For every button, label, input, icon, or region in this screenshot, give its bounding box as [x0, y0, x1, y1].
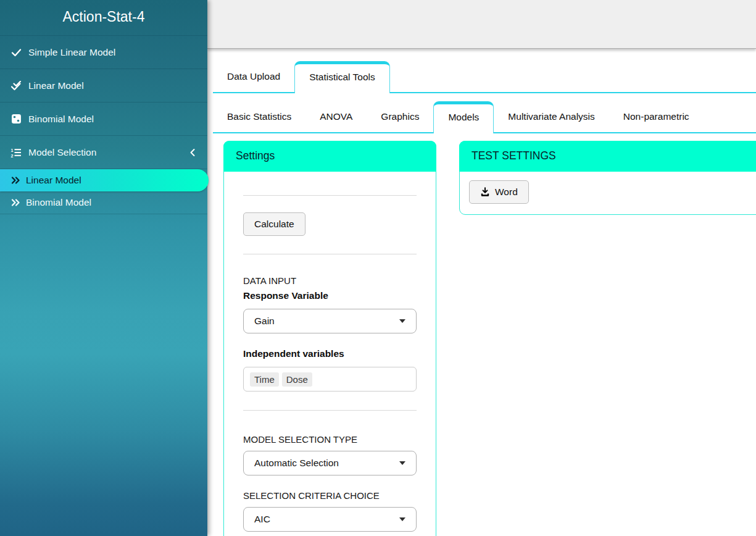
- tab-multivariate-analysis[interactable]: Multivariate Analysis: [494, 102, 609, 132]
- svg-text:2: 2: [11, 153, 14, 157]
- data-input-label: DATA INPUT: [243, 275, 417, 286]
- tab-data-upload[interactable]: Data Upload: [213, 62, 294, 92]
- tab-non-parametric[interactable]: Non-parametric: [609, 102, 704, 132]
- model-selection-type-value: Automatic Selection: [254, 458, 339, 469]
- main-content: Data Upload Statistical Tools Basic Stat…: [207, 0, 756, 536]
- response-variable-label: Response Variable: [243, 290, 417, 301]
- word-button-label: Word: [495, 186, 518, 198]
- svg-text:1: 1: [11, 148, 14, 153]
- check-double-icon: [9, 81, 23, 91]
- dice-icon: [9, 114, 23, 124]
- test-settings-panel-title: TEST SETTINGS: [459, 141, 756, 172]
- selection-criteria-value: AIC: [254, 514, 270, 525]
- angle-double-right-icon: [11, 198, 20, 207]
- sidebar-item-label: Linear Model: [28, 80, 84, 91]
- chevron-left-icon: [189, 148, 196, 157]
- sidebar-subitem-linear-model[interactable]: Linear Model: [0, 169, 209, 191]
- settings-panel-body: Calculate DATA INPUT Response Variable G…: [224, 172, 436, 536]
- sidebar: Action-Stat-4 Simple Linear Model Linear…: [0, 0, 207, 536]
- sidebar-item-linear-model[interactable]: Linear Model: [0, 69, 207, 103]
- tab-models[interactable]: Models: [433, 101, 494, 133]
- primary-tabbar: Data Upload Statistical Tools: [213, 61, 756, 93]
- secondary-tabbar: Basic Statistics ANOVA Graphics Models M…: [213, 101, 756, 133]
- sidebar-subitem-label: Linear Model: [26, 175, 81, 186]
- sidebar-subitem-binomial-model[interactable]: Binomial Model: [0, 191, 207, 214]
- download-icon: [480, 187, 490, 197]
- divider: [243, 254, 417, 254]
- model-selection-type-label: MODEL SELECTION TYPE: [243, 434, 417, 445]
- test-settings-panel: TEST SETTINGS Word: [459, 141, 756, 215]
- word-download-button[interactable]: Word: [469, 180, 529, 204]
- sidebar-item-label: Model Selection: [28, 147, 96, 158]
- header-bar: [207, 0, 756, 49]
- tab-graphics[interactable]: Graphics: [367, 102, 433, 132]
- app-title: Action-Stat-4: [0, 0, 207, 36]
- sidebar-item-label: Binomial Model: [28, 114, 94, 125]
- response-variable-value: Gain: [254, 316, 275, 327]
- independent-variables-input[interactable]: Time Dose: [243, 367, 417, 392]
- caret-down-icon: [399, 461, 405, 465]
- tab-anova[interactable]: ANOVA: [305, 102, 367, 132]
- sidebar-item-label: Simple Linear Model: [28, 47, 115, 58]
- model-selection-submenu: Linear Model Binomial Model: [0, 169, 207, 214]
- settings-panel: Settings Calculate DATA INPUT Response V…: [223, 141, 436, 536]
- divider: [243, 195, 417, 196]
- response-variable-select[interactable]: Gain: [243, 309, 417, 333]
- selection-criteria-label: SELECTION CRITERIA CHOICE: [243, 490, 417, 501]
- tab-basic-statistics[interactable]: Basic Statistics: [213, 102, 305, 132]
- settings-panel-title: Settings: [223, 141, 436, 172]
- test-settings-panel-body: Word: [460, 172, 756, 214]
- check-icon: [9, 48, 23, 57]
- independent-variables-label: Independent variables: [243, 348, 417, 359]
- caret-down-icon: [399, 319, 405, 323]
- model-selection-type-select[interactable]: Automatic Selection: [243, 451, 417, 475]
- variable-tag[interactable]: Dose: [282, 372, 312, 387]
- sidebar-item-simple-linear-model[interactable]: Simple Linear Model: [0, 36, 207, 69]
- sidebar-menu: Simple Linear Model Linear Model Binomia…: [0, 36, 207, 214]
- sidebar-subitem-label: Binomial Model: [26, 197, 91, 208]
- caret-down-icon: [399, 517, 405, 521]
- list-ol-icon: 1 2: [9, 148, 23, 157]
- sidebar-item-binomial-model[interactable]: Binomial Model: [0, 103, 207, 136]
- angle-double-right-icon: [11, 176, 20, 185]
- variable-tag[interactable]: Time: [250, 372, 279, 387]
- sidebar-item-model-selection[interactable]: 1 2 Model Selection: [0, 136, 207, 169]
- selection-criteria-select[interactable]: AIC: [243, 507, 417, 532]
- calculate-button[interactable]: Calculate: [243, 212, 305, 236]
- divider: [243, 410, 417, 411]
- tab-statistical-tools[interactable]: Statistical Tools: [294, 61, 390, 93]
- panels-row: Settings Calculate DATA INPUT Response V…: [223, 141, 756, 536]
